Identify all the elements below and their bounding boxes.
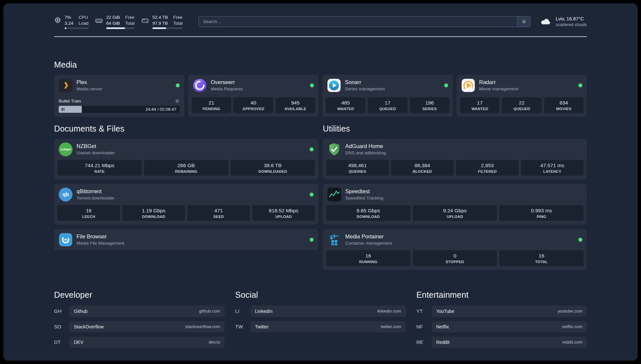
radarr-title: Radarr — [479, 79, 518, 85]
overseerr-status-dot — [310, 83, 314, 87]
radarr-status-dot — [578, 83, 582, 87]
bookmark-row: RE Reddit reddit.com — [416, 337, 587, 348]
qbittorrent-link[interactable]: qb qBittorrent Torrent downloader — [54, 184, 318, 205]
bookmark-youtube[interactable]: YouTube youtube.com — [432, 306, 587, 317]
plex-link[interactable]: Plex Media server — [54, 75, 184, 96]
social-heading: Social — [235, 290, 406, 300]
bookmark-github[interactable]: Github github.com — [69, 306, 225, 317]
media-heading: Media — [54, 60, 587, 70]
plex-player: Bullet Train 24:44 / 02:06:47 — [54, 99, 184, 117]
bookmark-row: NF Netflix netflix.com — [416, 321, 587, 332]
filebrowser-subtitle: Media File Management — [76, 241, 124, 246]
bookmark-abbr: NF — [416, 324, 432, 329]
radarr-stats: 17 WANTED 22 QUEUED 834 MOVIES — [457, 97, 587, 117]
speedtest-link[interactable]: Speedtest Speedtest Tracking — [323, 184, 587, 205]
filebrowser-link[interactable]: File Browser Media File Management — [54, 229, 318, 250]
bookmark-abbr: DT — [54, 339, 69, 345]
stat-upload: 618.52 Mbps UPLOAD — [252, 205, 315, 221]
memory-progress-fill — [106, 27, 125, 29]
memory-icon — [95, 16, 103, 24]
adguard-icon — [327, 142, 341, 156]
nzbget-subtitle: Usenet downloader — [76, 150, 115, 155]
overseerr-link[interactable]: Overseerr Media Requests — [188, 75, 319, 96]
bookmark-reddit[interactable]: Reddit reddit.com — [432, 337, 587, 348]
documents-heading: Documents & Files — [54, 124, 318, 134]
plex-title: Plex — [76, 79, 102, 85]
filebrowser-title: File Browser — [76, 233, 124, 240]
bookmark-netflix[interactable]: Netflix netflix.com — [432, 321, 587, 332]
weather-location: Lviv, 16.87°C — [556, 16, 587, 21]
overseerr-card: Overseerr Media Requests 21 PENDING 40 A… — [188, 75, 319, 117]
cpu-label: CPU — [78, 15, 88, 20]
bookmarks-section: Developer GH Github github.com SO StackO… — [54, 290, 587, 352]
adguard-stats: 498,461 QUERIES 86,384 BLOCKED 2,953 FIL… — [323, 160, 587, 179]
sonarr-stats: 485 WANTED 17 QUEUED 196 SERIES — [322, 97, 453, 117]
bookmark-linkedin[interactable]: LinkedIn linkedin.com — [250, 306, 406, 317]
speedtest-subtitle: Speedtest Tracking — [345, 196, 383, 200]
nzbget-title: NZBGet — [76, 143, 115, 149]
stat-download: 1.19 Gbps DOWNLOAD — [122, 205, 185, 221]
plex-card: Plex Media server Bullet Train 24:44 / 0… — [54, 75, 184, 117]
stat-queued: 22 QUEUED — [502, 97, 541, 113]
adguard-link[interactable]: AdGuard Home DNS and adblocking — [323, 139, 587, 160]
utilities-column: Utilities AdGuard Home DNS and adblockin… — [323, 124, 587, 270]
stat-wanted: 485 WANTED — [326, 97, 365, 113]
stat-rate: 744.21 Mbps RATE — [57, 160, 142, 176]
topbar: 7% CPU 3.24 Load 22 GiB Free — [54, 15, 587, 29]
bookmark-group-social: Social LI LinkedIn linkedin.com TW Twitt… — [235, 290, 406, 352]
qbittorrent-subtitle: Torrent downloader — [76, 196, 115, 200]
sonarr-icon — [327, 78, 341, 92]
stat-queries: 498,461 QUERIES — [326, 160, 389, 176]
bookmark-abbr: LI — [235, 308, 250, 314]
bookmark-row: GH Github github.com — [54, 306, 225, 317]
radarr-card: Radarr Movie management 17 WANTED 22 QUE… — [457, 75, 587, 117]
stat-download: 9.65 Gbps DOWNLOAD — [326, 205, 411, 221]
memory-widget: 22 GiB Free 64 GiB Total — [95, 15, 135, 29]
disk-icon — [141, 16, 149, 24]
search-input[interactable] — [198, 16, 531, 27]
nzbget-link[interactable]: nzbget NZBGet Usenet downloader — [54, 139, 318, 160]
stat-remaining: 266 GB REMAINING — [144, 160, 229, 176]
memory-free-value: 22 GiB — [106, 15, 120, 20]
portainer-title: Media Portainer — [345, 233, 392, 240]
stat-movies: 834 MOVIES — [544, 97, 584, 113]
stat-available: 945 AVAILABLE — [276, 97, 315, 113]
cpu-icon — [54, 16, 61, 24]
bookmark-dev[interactable]: DEV dev.to — [69, 337, 225, 348]
bookmark-row: SO StackOverflow stackoverflow.com — [54, 321, 225, 332]
cpu-load-value: 3.24 — [65, 20, 73, 26]
memory-progress-bar — [106, 27, 135, 29]
pause-icon[interactable] — [62, 108, 64, 111]
cloud-icon — [540, 17, 552, 26]
stat-series: 196 SERIES — [410, 97, 449, 113]
portainer-link[interactable]: Media Portainer Container management — [323, 229, 587, 250]
bookmark-stackoverflow[interactable]: StackOverflow stackoverflow.com — [69, 321, 225, 332]
qbittorrent-card: qb qBittorrent Torrent downloader 16 LEE… — [54, 184, 318, 225]
stat-latency: 47.571 ms LATENCY — [521, 160, 584, 176]
sonarr-link[interactable]: Sonarr Series management — [322, 75, 453, 96]
qbittorrent-stats: 16 LEECH 1.19 Gbps DOWNLOAD 471 SEED 618… — [54, 205, 318, 225]
disk-free-value: 52.4 TB — [152, 15, 168, 20]
radarr-subtitle: Movie management — [479, 86, 518, 91]
radarr-link[interactable]: Radarr Movie management — [457, 75, 587, 96]
bookmark-twitter[interactable]: Twitter twitter.com — [250, 321, 406, 332]
memory-total-value: 64 GiB — [106, 20, 120, 26]
overseerr-subtitle: Media Requests — [211, 86, 243, 91]
cpu-progress-bar — [65, 27, 88, 29]
nzbget-stats: 744.21 Mbps RATE 266 GB REMAINING 39.6 T… — [54, 160, 318, 179]
sonarr-title: Sonarr — [345, 79, 385, 85]
topbar-divider — [54, 36, 587, 37]
search-engine-button[interactable]: G — [517, 16, 531, 27]
player-progress[interactable]: 24:44 / 02:06:47 — [59, 106, 180, 113]
bookmark-abbr: GH — [54, 308, 69, 314]
weather-widget: Lviv, 16.87°C scattered clouds — [540, 16, 587, 27]
adguard-card: AdGuard Home DNS and adblocking 498,461 … — [323, 139, 587, 179]
gear-icon[interactable] — [175, 99, 180, 104]
speedtest-stats: 9.65 Gbps DOWNLOAD 9.24 Gbps UPLOAD 0.99… — [323, 205, 587, 225]
developer-heading: Developer — [54, 290, 225, 300]
adguard-title: AdGuard Home — [345, 143, 386, 149]
portainer-status-dot — [578, 238, 582, 242]
qbittorrent-icon: qb — [59, 188, 73, 201]
bookmark-abbr: TW — [235, 324, 250, 329]
now-playing-title: Bullet Train — [59, 99, 81, 104]
